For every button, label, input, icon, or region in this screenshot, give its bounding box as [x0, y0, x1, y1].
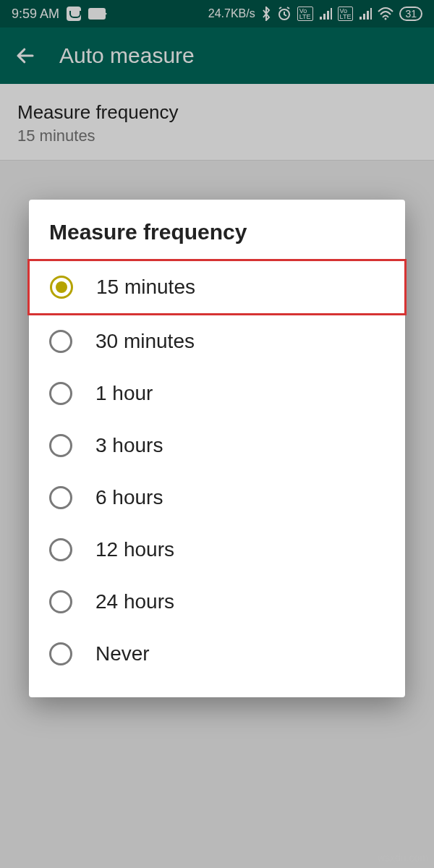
watermark: wsxdn.com	[378, 852, 428, 864]
option-label: 12 hours	[95, 538, 174, 561]
measure-frequency-dialog: Measure frequency 15 minutes 30 minutes …	[29, 200, 405, 697]
option-label: 1 hour	[95, 382, 153, 405]
option-3-hours[interactable]: 3 hours	[29, 420, 405, 472]
option-12-hours[interactable]: 12 hours	[29, 524, 405, 576]
option-label: 15 minutes	[96, 276, 195, 299]
radio-icon	[49, 382, 72, 405]
option-label: 24 hours	[95, 590, 174, 613]
option-never[interactable]: Never	[29, 628, 405, 680]
radio-icon	[50, 276, 73, 299]
radio-icon	[49, 590, 72, 613]
radio-icon	[49, 538, 72, 561]
option-label: 3 hours	[95, 434, 163, 457]
radio-icon	[49, 642, 72, 665]
option-label: Never	[95, 642, 150, 665]
radio-icon	[49, 486, 72, 509]
option-1-hour[interactable]: 1 hour	[29, 367, 405, 420]
option-30-minutes[interactable]: 30 minutes	[29, 315, 405, 367]
option-15-minutes[interactable]: 15 minutes	[27, 259, 407, 315]
option-label: 30 minutes	[95, 330, 195, 353]
option-24-hours[interactable]: 24 hours	[29, 576, 405, 628]
option-6-hours[interactable]: 6 hours	[29, 472, 405, 524]
dialog-title: Measure frequency	[29, 200, 405, 259]
radio-icon	[49, 330, 72, 353]
option-label: 6 hours	[95, 486, 163, 509]
radio-icon	[49, 434, 72, 457]
